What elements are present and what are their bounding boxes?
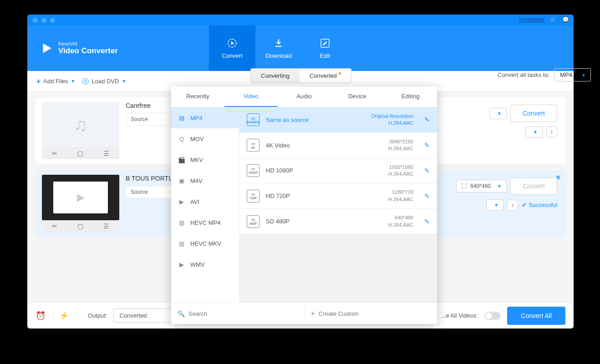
sliders-icon[interactable]: ☰ [103, 150, 109, 157]
tab-device[interactable]: Device [331, 86, 384, 107]
format-icon: ▣ [178, 177, 186, 185]
titlebar: Unregister 🛒 💬 [27, 15, 574, 25]
nav-convert[interactable]: Convert [209, 25, 255, 71]
resolution-meta: 1920*1080H.264,AAC [388, 164, 413, 178]
main-nav: Convert Download Edit [209, 25, 348, 71]
output-format-select[interactable]: ⛶ 640*480 ▼ [456, 180, 507, 192]
convert-button[interactable]: Convert [510, 105, 557, 122]
chevron-down-icon: ▼ [71, 79, 76, 84]
format-icon: 🎬 [178, 156, 186, 164]
format-item-hevc-mp4[interactable]: ▥HEVC MP4 [171, 212, 239, 233]
edit-preset-icon[interactable]: ✎ [424, 218, 430, 225]
merge-toggle[interactable] [484, 312, 501, 320]
tab-editing[interactable]: Editing [384, 86, 437, 107]
resolution-meta: Original ResolutionH.264,AAC [371, 113, 413, 127]
format-item-mp4[interactable]: ▤MP4 [171, 107, 239, 128]
tab-converted[interactable]: Converted [300, 69, 351, 83]
app-logo: KeepVid Video Converter [27, 41, 118, 56]
tab-video[interactable]: Video [224, 86, 278, 107]
convert-to-select[interactable]: MP4▼ [554, 68, 591, 81]
resolution-item[interactable]: ▭720PHD 720P1280*720H.264,AAC✎ [239, 183, 437, 209]
format-item-avi[interactable]: ▶AVI [171, 191, 239, 212]
chevron-down-icon: ▼ [581, 73, 586, 78]
resolution-icon: ▭720P [247, 190, 259, 202]
tab-converting[interactable]: Converting [251, 69, 300, 83]
crop-icon[interactable]: ▢ [77, 222, 83, 230]
chat-icon[interactable]: 💬 [562, 16, 569, 23]
scissors-icon[interactable]: ✂ [52, 222, 57, 230]
resolution-item[interactable]: ▭1080PHD 1080P1920*1080H.264,AAC✎ [239, 158, 437, 184]
plus-icon: + [311, 309, 315, 318]
accelerate-icon[interactable]: ⚡ [60, 311, 69, 320]
resolution-name: SD 480P [266, 218, 290, 225]
logo-text-1: KeepVid [58, 41, 118, 46]
cart-icon[interactable]: 🛒 [550, 16, 557, 23]
convert-all-to: Convert all tasks to: MP4▼ [498, 68, 591, 81]
nav-edit[interactable]: Edit [302, 25, 348, 71]
resolution-item[interactable]: ▭4K4K Video3840*2160H.264,AAC✎ [239, 133, 437, 158]
scissors-icon[interactable]: ✂ [52, 150, 57, 157]
edit-preset-icon[interactable]: ✎ [424, 167, 430, 174]
format-icon: ▶ [178, 197, 186, 206]
resolution-list[interactable]: ▭SOURCESame as sourceOriginal Resolution… [239, 107, 437, 303]
secondary-select[interactable]: ▼ [525, 126, 543, 138]
nav-download-label: Download [265, 52, 292, 59]
info-button[interactable]: i [507, 200, 518, 211]
format-label: MOV [190, 136, 204, 142]
chevron-down-icon: ▼ [494, 202, 498, 207]
format-label: M4V [190, 177, 203, 184]
nav-download[interactable]: Download [255, 25, 302, 71]
format-icon: ▥ [178, 218, 186, 227]
edit-preset-icon[interactable]: ✎ [424, 116, 430, 123]
disc-icon [82, 78, 89, 85]
traffic-light-close[interactable] [33, 18, 38, 23]
edit-preset-icon[interactable]: ✎ [424, 142, 430, 149]
format-item-m4v[interactable]: ▣M4V [171, 170, 239, 191]
convert-all-button[interactable]: Convert All [507, 307, 565, 325]
download-icon [273, 38, 284, 49]
tab-segment: Converting Converted [250, 68, 351, 83]
output-format-select[interactable]: ▼ [489, 108, 507, 119]
traffic-light-min[interactable] [41, 18, 46, 23]
convert-to-label: Convert all tasks to: [498, 71, 549, 78]
format-item-hevc-mkv[interactable]: ▥HEVC MKV [171, 233, 239, 254]
chevron-down-icon: ▼ [497, 111, 502, 116]
output-resolution: 640*480 [470, 183, 491, 189]
resolution-item[interactable]: ▭480PSD 480P640*480H.264,AAC✎ [239, 209, 437, 234]
popup-footer: 🔍 Search + Create Custom [171, 303, 437, 324]
resolution-name: 4K Video [266, 142, 290, 149]
unregister-link[interactable]: Unregister [519, 16, 544, 23]
format-item-mkv[interactable]: 🎬MKV [171, 149, 239, 170]
format-label: HEVC MKV [190, 240, 221, 247]
resolution-item[interactable]: ▭SOURCESame as sourceOriginal Resolution… [239, 107, 437, 133]
format-picker-popup: Recently Video Audio Device Editing ▤MP4… [171, 86, 437, 324]
tab-audio[interactable]: Audio [278, 86, 331, 107]
format-item-mov[interactable]: QMOV [171, 128, 239, 149]
info-button[interactable]: i [546, 126, 557, 137]
load-dvd-button[interactable]: Load DVD ▼ [82, 78, 126, 85]
edit-preset-icon[interactable]: ✎ [424, 192, 430, 200]
tab-recently[interactable]: Recently [171, 86, 224, 107]
edit-icon [320, 38, 331, 49]
resolution-name: HD 720P [266, 192, 290, 199]
sliders-icon[interactable]: ☰ [103, 222, 109, 230]
thumbnail-audio[interactable]: ♫ [42, 102, 119, 147]
chevron-down-icon: ▼ [122, 79, 126, 84]
secondary-select[interactable]: ▼ [486, 199, 503, 211]
resolution-name: HD 1080P [266, 167, 293, 174]
format-label: AVI [190, 198, 199, 205]
format-item-wmv[interactable]: ▶WMV [171, 254, 239, 275]
resolution-meta: 3840*2160H.264,AAC [388, 138, 413, 152]
thumb-toolbar: ✂ ▢ ☰ [42, 147, 119, 159]
check-icon: ✔ [522, 202, 527, 208]
create-custom-button[interactable]: + Create Custom [305, 303, 437, 324]
schedule-icon[interactable]: ⏰ [36, 311, 46, 321]
resolution-icon: ⛶ [461, 183, 467, 189]
traffic-light-max[interactable] [50, 18, 55, 23]
search-field[interactable]: 🔍 Search [171, 303, 305, 324]
header: KeepVid Video Converter Convert Download… [27, 25, 574, 71]
crop-icon[interactable]: ▢ [77, 150, 83, 157]
thumbnail-video[interactable]: ▶ [42, 175, 119, 220]
add-files-button[interactable]: + Add Files ▼ [36, 77, 75, 86]
format-list[interactable]: ▤MP4QMOV🎬MKV▣M4V▶AVI▥HEVC MP4▥HEVC MKV▶W… [171, 107, 239, 303]
